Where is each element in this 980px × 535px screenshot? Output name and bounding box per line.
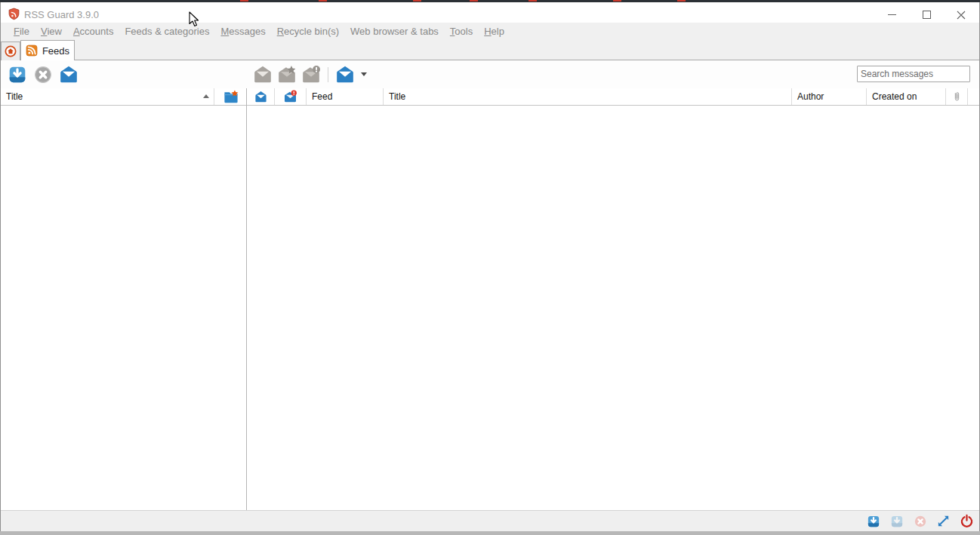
maximize-icon xyxy=(923,11,931,19)
mark-selected-read-dropdown-button[interactable] xyxy=(335,65,355,85)
message-column-title-label: Title xyxy=(389,91,405,102)
update-feeds-icon xyxy=(867,515,880,528)
statusbar xyxy=(1,510,979,531)
feed-column-counts[interactable] xyxy=(214,88,247,105)
menu-view[interactable]: View xyxy=(35,26,67,37)
tab-feeds[interactable]: Feeds xyxy=(20,40,75,60)
feeds-toolbar xyxy=(8,60,79,88)
stop-update-icon xyxy=(914,515,927,528)
recording-artifact xyxy=(529,0,537,2)
attachment-paperclip-icon xyxy=(952,91,962,103)
close-button[interactable] xyxy=(944,5,978,25)
message-column-feed[interactable]: Feed xyxy=(307,88,384,105)
message-column-spacer xyxy=(968,88,980,105)
recording-artifact xyxy=(613,0,621,2)
menu-tools[interactable]: Tools xyxy=(445,26,478,37)
update-selected-feeds-icon xyxy=(890,515,904,528)
menu-accounts[interactable]: Accounts xyxy=(68,26,119,37)
message-column-importance[interactable] xyxy=(275,88,307,105)
mark-read-envelope-icon xyxy=(253,65,273,85)
quit-power-icon xyxy=(960,514,974,528)
message-column-title[interactable]: Title xyxy=(384,88,792,105)
statusbar-update-selected-button[interactable] xyxy=(889,514,904,528)
toolbar-separator xyxy=(328,67,328,82)
sort-ascending-icon xyxy=(203,94,209,98)
statusbar-update-feeds-button[interactable] xyxy=(866,514,880,528)
toolbar-row xyxy=(1,60,979,88)
minimize-button[interactable] xyxy=(874,5,909,25)
window-title: RSS Guard 3.9.0 xyxy=(24,9,99,20)
menu-help[interactable]: Help xyxy=(479,26,510,37)
feed-list[interactable] xyxy=(1,106,246,510)
feed-column-title[interactable]: Title xyxy=(1,88,214,105)
menu-recycle-bins[interactable]: Recycle bin(s) xyxy=(272,26,344,37)
close-icon xyxy=(957,11,966,20)
statusbar-fullscreen-button[interactable] xyxy=(936,514,951,528)
titlebar[interactable]: RSS Guard 3.9.0 xyxy=(1,2,979,23)
message-column-created-on[interactable]: Created on xyxy=(867,88,946,105)
statusbar-quit-button[interactable] xyxy=(960,514,974,528)
mark-important-envelope-star-icon xyxy=(277,65,297,85)
panel-splitter[interactable] xyxy=(246,88,247,510)
feed-column-title-label: Title xyxy=(6,91,23,102)
search-input[interactable] xyxy=(857,66,970,82)
tab-home[interactable] xyxy=(1,42,20,60)
mark-all-read-icon xyxy=(59,65,79,85)
recording-artifact xyxy=(413,0,421,2)
menu-file[interactable]: File xyxy=(8,26,35,37)
chevron-down-icon[interactable] xyxy=(361,72,367,76)
message-column-read[interactable] xyxy=(248,88,275,105)
window-left-border xyxy=(0,0,1,535)
fullscreen-expand-icon xyxy=(936,514,951,528)
recording-artifact xyxy=(319,0,327,2)
rss-icon xyxy=(26,45,38,57)
menu-messages[interactable]: Messages xyxy=(215,26,270,37)
mark-message-important-button[interactable] xyxy=(277,65,297,85)
read-status-envelope-icon xyxy=(254,91,267,103)
window-bottom-border xyxy=(0,531,980,535)
menubar: File View Accounts Feeds & categories Me… xyxy=(1,23,979,39)
recording-artifact xyxy=(677,0,686,2)
messages-toolbar xyxy=(253,60,367,88)
message-column-author-label: Author xyxy=(797,91,824,102)
recording-artifact xyxy=(470,0,478,2)
mark-read-dropdown-envelope-icon xyxy=(335,65,355,85)
message-column-author[interactable]: Author xyxy=(792,88,867,105)
mark-message-read-button[interactable] xyxy=(253,65,273,85)
list-headers: Title Feed Title Author xyxy=(1,88,979,106)
stop-update-icon xyxy=(33,65,53,85)
mark-all-read-button[interactable] xyxy=(59,65,79,85)
importance-envelope-alert-icon xyxy=(283,90,297,103)
message-column-feed-label: Feed xyxy=(312,91,332,102)
message-column-attachment[interactable] xyxy=(946,88,968,105)
rss-guard-shield-icon xyxy=(8,8,20,20)
counts-folder-star-icon xyxy=(223,90,239,103)
statusbar-stop-update-button[interactable] xyxy=(913,514,927,528)
maximize-button[interactable] xyxy=(909,5,944,25)
message-list[interactable] xyxy=(247,106,979,510)
recording-artifact xyxy=(240,0,248,2)
update-feeds-icon xyxy=(8,65,27,85)
minimize-icon xyxy=(888,14,896,15)
statusbar-buttons xyxy=(866,511,974,531)
window-top-border xyxy=(0,0,980,2)
mark-message-unread-button[interactable] xyxy=(301,65,321,85)
tab-feeds-label: Feeds xyxy=(42,45,69,57)
message-column-created-on-label: Created on xyxy=(872,91,917,102)
tabbar: Feeds xyxy=(1,39,979,60)
menu-web-browser-tabs[interactable]: Web browser & tabs xyxy=(345,26,444,37)
mark-unread-envelope-alert-icon xyxy=(301,65,321,85)
stop-update-button[interactable] xyxy=(33,65,53,85)
update-all-feeds-button[interactable] xyxy=(8,65,27,85)
menu-feeds-categories[interactable]: Feeds & categories xyxy=(119,26,214,37)
home-icon xyxy=(5,45,17,57)
